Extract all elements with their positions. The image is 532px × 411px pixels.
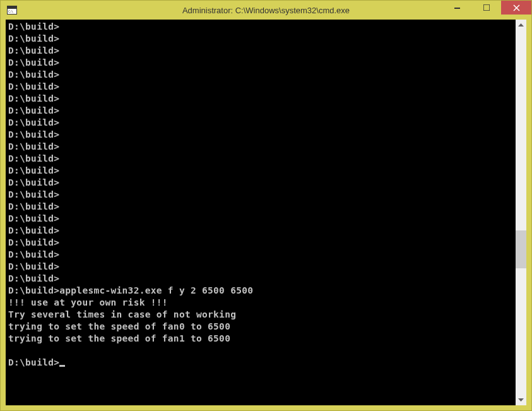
- svg-rect-0: [454, 8, 460, 9]
- scroll-down-button[interactable]: [516, 395, 526, 405]
- scroll-track[interactable]: [516, 30, 526, 395]
- vertical-scrollbar[interactable]: [516, 20, 526, 405]
- content-area: D:\build> D:\build> D:\build> D:\build> …: [6, 20, 526, 405]
- cmd-icon: [7, 6, 17, 15]
- scroll-up-button[interactable]: [516, 20, 526, 30]
- svg-marker-4: [518, 23, 524, 27]
- terminal-cursor: [59, 365, 65, 367]
- titlebar[interactable]: Administrator: C:\Windows\system32\cmd.e…: [1, 1, 531, 20]
- window-title: Administrator: C:\Windows\system32\cmd.e…: [182, 6, 350, 15]
- close-button[interactable]: [501, 1, 531, 15]
- minimize-button[interactable]: [443, 1, 472, 15]
- scroll-thumb[interactable]: [516, 230, 526, 268]
- svg-rect-1: [483, 4, 490, 11]
- terminal-output[interactable]: D:\build> D:\build> D:\build> D:\build> …: [6, 20, 516, 405]
- window-controls: [443, 1, 531, 15]
- cmd-window: Administrator: C:\Windows\system32\cmd.e…: [0, 0, 532, 411]
- svg-marker-5: [518, 398, 524, 402]
- maximize-button[interactable]: [472, 1, 501, 15]
